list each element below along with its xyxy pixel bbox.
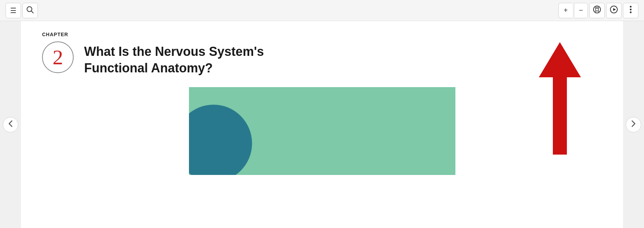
left-nav	[0, 21, 21, 228]
left-arrow-icon	[8, 120, 13, 129]
svg-line-1	[32, 11, 34, 13]
image-background	[189, 87, 455, 175]
right-arrow-icon	[631, 120, 636, 129]
zoom-group: + −	[558, 3, 588, 18]
chapter-title: What Is the Nervous System's Functional …	[84, 40, 312, 77]
svg-point-7	[630, 9, 632, 11]
zoom-in-button[interactable]: +	[558, 3, 572, 18]
svg-point-2	[594, 6, 601, 13]
play-icon	[610, 6, 618, 15]
search-button[interactable]	[22, 3, 38, 18]
chapter-number: 2	[53, 47, 63, 68]
search-icon	[26, 6, 34, 15]
image-circle-overlay	[189, 105, 252, 175]
play-button[interactable]	[606, 3, 622, 18]
menu-icon: ☰	[10, 7, 16, 14]
zoom-out-button[interactable]: −	[574, 3, 588, 18]
chapter-header: 2 What Is the Nervous System's Functiona…	[42, 40, 602, 77]
toolbar: ☰ + −	[0, 0, 644, 21]
svg-marker-5	[613, 8, 616, 11]
chapter-number-circle: 2	[42, 41, 74, 73]
next-page-button[interactable]	[626, 117, 641, 132]
svg-point-6	[630, 6, 632, 8]
menu-button[interactable]: ☰	[6, 3, 21, 18]
page-content: CHAPTER 2 What Is the Nervous System's F…	[21, 21, 623, 228]
prev-page-button[interactable]	[3, 117, 18, 132]
toolbar-left: ☰	[6, 3, 38, 18]
more-button[interactable]	[623, 3, 638, 18]
toolbar-right: + −	[558, 3, 638, 18]
chapter-label: CHAPTER	[42, 32, 602, 37]
more-icon	[630, 6, 632, 15]
bookmark-button[interactable]	[589, 3, 605, 18]
right-nav	[623, 21, 644, 228]
bookmark-icon	[593, 5, 601, 15]
main-area: CHAPTER 2 What Is the Nervous System's F…	[0, 21, 644, 228]
svg-point-8	[630, 12, 632, 13]
chapter-image	[189, 87, 455, 175]
